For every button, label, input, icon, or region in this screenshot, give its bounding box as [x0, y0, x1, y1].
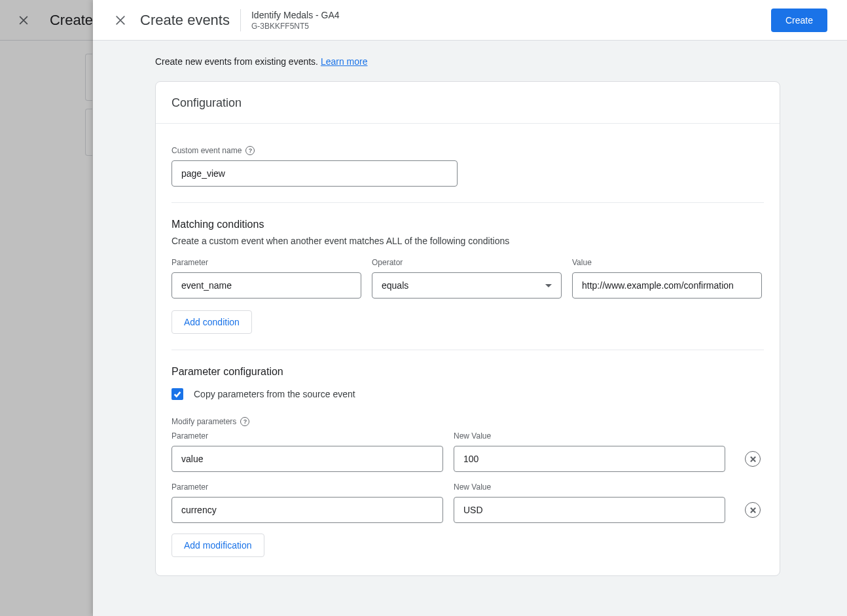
intro-text: Create new events from existing events. … — [155, 56, 847, 67]
property-info: Identify Medals - GA4 G-3BKKFF5NT5 — [251, 10, 340, 31]
modification-value-input[interactable] — [454, 446, 725, 472]
new-value-label: New Value — [454, 431, 725, 441]
learn-more-link[interactable]: Learn more — [321, 56, 368, 67]
divider — [171, 202, 764, 203]
close-icon — [114, 14, 127, 27]
property-name: Identify Medals - GA4 — [251, 10, 340, 20]
card-title: Configuration — [156, 82, 780, 124]
parameter-label: Parameter — [171, 431, 443, 441]
divider — [240, 9, 241, 31]
divider — [171, 350, 764, 350]
property-id: G-3BKKFF5NT5 — [251, 22, 340, 31]
modification-parameter-input[interactable] — [171, 446, 443, 472]
value-label: Value — [572, 258, 762, 267]
modification-row: Parameter New Value — [171, 431, 764, 472]
close-button[interactable] — [109, 9, 132, 32]
matching-heading: Matching conditions — [171, 219, 764, 230]
custom-event-name-label: Custom event name ? — [171, 146, 764, 155]
matching-subheading: Create a custom event when another event… — [171, 236, 764, 246]
condition-parameter-input[interactable] — [171, 272, 361, 299]
add-modification-button[interactable]: Add modification — [171, 534, 264, 557]
modification-value-input[interactable] — [454, 497, 725, 523]
copy-parameters-checkbox[interactable] — [171, 388, 183, 400]
configuration-card: Configuration Custom event name ? Matchi… — [155, 81, 780, 576]
panel-body: Create new events from existing events. … — [93, 41, 847, 616]
remove-modification-button[interactable] — [745, 502, 761, 518]
parameter-config-heading: Parameter configuration — [171, 366, 764, 378]
copy-parameters-row: Copy parameters from the source event — [171, 388, 764, 400]
condition-operator-select[interactable]: equals — [372, 272, 562, 299]
panel-header: Create events Identify Medals - GA4 G-3B… — [93, 0, 847, 41]
new-value-label: New Value — [454, 482, 725, 492]
create-button[interactable]: Create — [771, 9, 827, 32]
custom-event-name-input[interactable] — [171, 160, 458, 187]
chevron-down-icon — [545, 284, 552, 287]
remove-modification-button[interactable] — [745, 451, 761, 467]
condition-value-input[interactable] — [572, 272, 762, 299]
close-icon — [749, 507, 757, 514]
page-title: Create events — [140, 12, 230, 29]
help-icon[interactable]: ? — [245, 146, 255, 155]
modification-parameter-input[interactable] — [171, 497, 443, 523]
add-condition-button[interactable]: Add condition — [171, 310, 252, 334]
create-events-panel: Create events Identify Medals - GA4 G-3B… — [93, 0, 847, 616]
operator-label: Operator — [372, 258, 562, 267]
background-overlay — [0, 0, 93, 616]
copy-parameters-label: Copy parameters from the source event — [194, 389, 355, 399]
modification-row: Parameter New Value — [171, 482, 764, 523]
check-icon — [173, 390, 182, 399]
modify-parameters-label: Modify parameters ? — [171, 417, 764, 426]
help-icon[interactable]: ? — [240, 417, 249, 426]
close-icon — [749, 456, 757, 463]
intro-message: Create new events from existing events. — [155, 56, 321, 67]
condition-row: Parameter Operator equals Value — [171, 258, 764, 299]
parameter-label: Parameter — [171, 482, 443, 492]
parameter-label: Parameter — [171, 258, 361, 267]
